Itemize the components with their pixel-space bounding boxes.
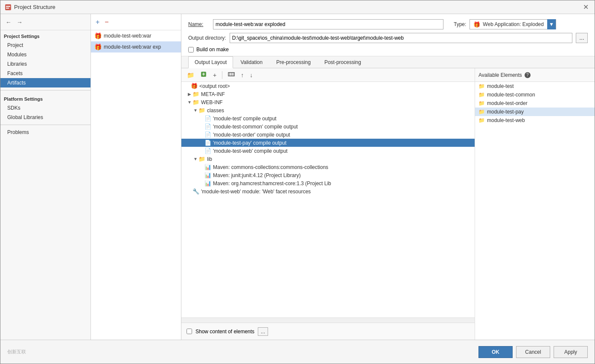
available-item-module-test-pay[interactable]: 📁 module-test-pay bbox=[475, 108, 595, 116]
tree-node-compile-test[interactable]: 📄 'module-test' compile output bbox=[181, 114, 475, 122]
module-test-pay-icon: 📁 bbox=[478, 109, 485, 115]
tab-post-processing[interactable]: Post-processing bbox=[318, 56, 368, 68]
show-content-checkbox[interactable] bbox=[187, 329, 192, 334]
sidebar-item-artifacts[interactable]: Artifacts bbox=[0, 78, 90, 87]
artifact-item-war[interactable]: 🎁 module-test-web:war bbox=[91, 30, 181, 41]
tree-node-output-root[interactable]: 🎁 <output root> bbox=[181, 82, 475, 90]
available-item-module-test-web[interactable]: 📁 module-test-web bbox=[475, 116, 595, 125]
sidebar-item-sdks[interactable]: SDKs bbox=[0, 103, 90, 113]
sidebar-divider-2 bbox=[0, 125, 90, 125]
build-on-make-checkbox[interactable] bbox=[188, 47, 194, 52]
remove-button[interactable]: + bbox=[211, 71, 219, 79]
tabs-bar: Output Layout Validation Pre-processing … bbox=[181, 56, 595, 68]
tree-node-compile-common[interactable]: 📄 'module-test-common' compile output bbox=[181, 122, 475, 131]
tree-node-compile-pay[interactable]: 📄 'module-test-pay' compile output bbox=[181, 139, 475, 147]
web-resources-icon: 🔧 bbox=[192, 188, 199, 195]
content-area: ← → Project Settings Project Modules Lib… bbox=[0, 14, 595, 340]
lib-icon: 📁 bbox=[198, 156, 205, 162]
tree-node-maven-commons[interactable]: 📊 Maven: commons-collections:commons-col… bbox=[181, 163, 475, 171]
module-test-web-label: module-test-web bbox=[487, 117, 525, 123]
tab-output-layout[interactable]: Output Layout bbox=[188, 56, 233, 68]
tree-node-classes[interactable]: ▼ 📁 classes bbox=[181, 106, 475, 114]
build-on-make-row: Build on make bbox=[188, 47, 588, 52]
module-test-icon: 📁 bbox=[478, 83, 485, 89]
type-dropdown[interactable]: 🎁 Web Application: Exploded ▼ bbox=[470, 19, 556, 29]
output-root-label: <output root> bbox=[199, 83, 230, 89]
compile-test-icon: 📄 bbox=[204, 115, 211, 122]
compile-test-label: 'module-test' compile output bbox=[213, 116, 277, 122]
nav-back-button[interactable]: ← bbox=[4, 18, 13, 26]
main-body: 📁 + + ↑ ↓ bbox=[181, 68, 595, 340]
type-label: Type: bbox=[454, 21, 466, 27]
close-button[interactable]: ✕ bbox=[581, 3, 590, 11]
tree-node-compile-web[interactable]: 📄 'module-test-web' compile output bbox=[181, 147, 475, 155]
sidebar-item-project[interactable]: Project bbox=[0, 41, 90, 50]
svg-text:+: + bbox=[202, 71, 205, 77]
tree-node-web-inf[interactable]: ▼ 📁 WEB-INF bbox=[181, 98, 475, 106]
type-dropdown-text: 🎁 Web Application: Exploded bbox=[470, 20, 547, 29]
output-root-icon: 🎁 bbox=[191, 83, 198, 89]
tree-node-meta-inf[interactable]: ▶ 📁 META-INF bbox=[181, 90, 475, 98]
add-button[interactable]: + bbox=[198, 70, 209, 80]
compress-button[interactable] bbox=[226, 70, 237, 80]
sidebar-item-facets[interactable]: Facets bbox=[0, 69, 90, 78]
tree-node-maven-junit[interactable]: 📊 Maven: junit:junit:4.12 (Project Libra… bbox=[181, 171, 475, 179]
compile-common-label: 'module-test-common' compile output bbox=[213, 124, 298, 130]
move-up-button[interactable]: ↑ bbox=[239, 71, 246, 79]
remove-artifact-button[interactable]: − bbox=[103, 18, 110, 26]
new-folder-button[interactable]: 📁 bbox=[185, 71, 196, 79]
layout-tree: 🎁 <output root> ▶ 📁 META-INF bbox=[181, 82, 475, 317]
sidebar-item-modules[interactable]: Modules bbox=[0, 50, 90, 59]
artifacts-list-panel: + − 🎁 module-test-web:war 🎁 module-test-… bbox=[91, 14, 181, 340]
tab-validation[interactable]: Validation bbox=[234, 56, 269, 68]
artifacts-list: 🎁 module-test-web:war 🎁 module-test-web:… bbox=[91, 30, 181, 340]
meta-inf-arrow: ▶ bbox=[187, 92, 192, 96]
add-artifact-button[interactable]: + bbox=[94, 18, 101, 26]
apply-button[interactable]: Apply bbox=[554, 346, 588, 358]
show-content-options-button[interactable]: … bbox=[258, 327, 268, 336]
move-down-button[interactable]: ↓ bbox=[248, 71, 255, 79]
nav-buttons: ← → bbox=[0, 14, 90, 30]
tree-node-compile-order[interactable]: 📄 'module-test-order' compile output bbox=[181, 131, 475, 139]
watermark-area: 创新互联 bbox=[7, 349, 26, 355]
main-panel: Name: Type: 🎁 Web Application: Exploded … bbox=[181, 14, 595, 340]
name-input[interactable] bbox=[213, 19, 443, 29]
ok-button[interactable]: OK bbox=[478, 346, 513, 358]
lib-arrow: ▼ bbox=[192, 157, 198, 161]
tree-node-web-resources[interactable]: 🔧 'module-test-web' module: 'Web' facet … bbox=[181, 187, 475, 195]
tree-node-maven-hamcrest[interactable]: 📊 Maven: org.hamcrest:hamcrest-core:1.3 … bbox=[181, 179, 475, 187]
tab-pre-processing[interactable]: Pre-processing bbox=[270, 56, 317, 68]
available-item-module-test[interactable]: 📁 module-test bbox=[475, 82, 595, 90]
available-item-module-test-order[interactable]: 📁 module-test-order bbox=[475, 99, 595, 108]
sidebar-item-problems[interactable]: Problems bbox=[0, 128, 90, 137]
compile-web-icon: 📄 bbox=[204, 148, 211, 154]
output-dir-input[interactable] bbox=[230, 33, 572, 43]
project-settings-section: Project Settings bbox=[0, 30, 90, 41]
sidebar-item-libraries[interactable]: Libraries bbox=[0, 59, 90, 69]
title-bar-text: Project Structure bbox=[14, 4, 55, 10]
artifact-item-war-exploded[interactable]: 🎁 module-test-web:war exp bbox=[91, 41, 181, 52]
bottom-bar: Show content of elements … bbox=[181, 323, 475, 340]
compile-pay-label: 'module-test-pay' compile output bbox=[213, 140, 286, 146]
watermark-text: 创新互联 bbox=[7, 349, 26, 355]
title-bar: Project Structure ✕ bbox=[0, 0, 595, 14]
svg-rect-1 bbox=[6, 6, 10, 7]
lib-label: lib bbox=[207, 156, 212, 162]
maven-hamcrest-icon: 📊 bbox=[204, 180, 211, 186]
web-resources-label: 'module-test-web' module: 'Web' facet re… bbox=[201, 189, 311, 195]
output-dir-browse-button[interactable]: … bbox=[576, 33, 588, 43]
maven-hamcrest-label: Maven: org.hamcrest:hamcrest-core:1.3 (P… bbox=[213, 181, 331, 186]
layout-tree-panel: 📁 + + ↑ ↓ bbox=[181, 68, 475, 340]
type-dropdown-arrow[interactable]: ▼ bbox=[547, 19, 556, 29]
sidebar-item-global-libraries[interactable]: Global Libraries bbox=[0, 113, 90, 122]
artifact-war-exp-label: module-test-web:war exp bbox=[104, 44, 161, 50]
compile-web-label: 'module-test-web' compile output bbox=[213, 148, 288, 154]
nav-forward-button[interactable]: → bbox=[15, 18, 24, 26]
tree-node-lib[interactable]: ▼ 📁 lib bbox=[181, 155, 475, 163]
toolbar-separator-1 bbox=[222, 71, 222, 79]
available-item-module-test-common[interactable]: 📁 module-test-common bbox=[475, 90, 595, 99]
maven-junit-icon: 📊 bbox=[204, 172, 211, 178]
cancel-button[interactable]: Cancel bbox=[516, 346, 550, 358]
title-bar-left: Project Structure bbox=[5, 4, 55, 11]
help-icon[interactable]: ? bbox=[525, 72, 531, 78]
